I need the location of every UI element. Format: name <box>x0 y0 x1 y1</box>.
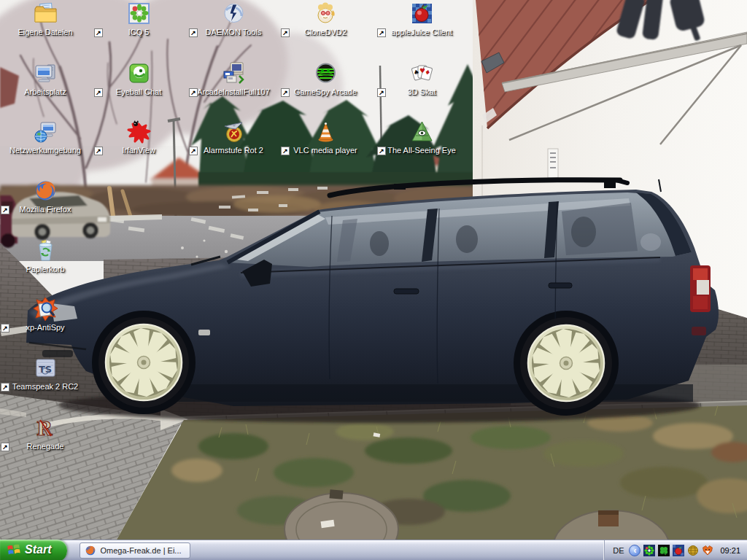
task-button-omega-freak[interactable]: Omega-Freak.de | Ei... <box>80 542 190 559</box>
svg-text:TS: TS <box>39 364 52 375</box>
desktop-icon-icq5[interactable]: ↗ ICQ 5 <box>95 1 182 36</box>
icon-label: Renegade <box>1 442 89 451</box>
desktop-icon-alarmstufe-rot-2[interactable]: ↗ Alarmstufe Rot 2 <box>190 120 277 155</box>
desktop-icon-3d-skat[interactable]: ♠ ♥ ♦ ↗ 3D Skat <box>378 61 465 96</box>
shortcut-arrow-icon: ↗ <box>281 88 290 97</box>
red-alert-2-icon <box>222 120 246 144</box>
hide-icons-chevron-icon[interactable]: ‹ <box>629 545 640 556</box>
shortcut-arrow-icon: ↗ <box>94 28 103 37</box>
my-documents-folder-icon <box>34 1 58 26</box>
door-handle <box>549 283 572 288</box>
icon-label: ICQ 5 <box>95 28 182 36</box>
icon-label: Alarmstufe Rot 2 <box>190 146 277 155</box>
icon-label: VLC media player <box>282 146 369 155</box>
shortcut-arrow-icon: ↗ <box>94 88 103 97</box>
icon-label: The All-Seeing Eye <box>378 146 465 155</box>
icon-label: Papierkorb <box>1 265 89 273</box>
icq-flower-tray-icon[interactable] <box>643 545 655 556</box>
shortcut-arrow-icon: ↗ <box>1 324 9 332</box>
shortcut-arrow-icon: ↗ <box>281 147 290 155</box>
icq-flower-icon <box>127 1 151 26</box>
rear-wheel <box>520 317 612 409</box>
desktop-icon-xp-antispy[interactable]: ↗ xp-AntiSpy <box>1 297 89 332</box>
shortcut-arrow-icon: ↗ <box>189 28 198 37</box>
setup-installer-icon <box>222 61 246 85</box>
firefox-icon <box>34 179 58 203</box>
shortcut-arrow-icon: ↗ <box>1 443 9 451</box>
desktop-icon-teamspeak[interactable]: TS ↗ Teamspeak 2 RC2 <box>1 356 89 391</box>
desktop-icon-daemon-tools[interactable]: ↗ DAEMON Tools <box>190 1 277 36</box>
desktop-icon-clonedvd2[interactable]: ↗ CloneDVD2 <box>282 1 369 36</box>
fox-head-tray-icon[interactable] <box>702 545 713 556</box>
shortcut-arrow-icon: ↗ <box>1 383 9 392</box>
icon-label: CloneDVD2 <box>282 28 369 36</box>
icon-label: Arbeitsplatz <box>1 88 89 96</box>
vlc-cone-icon <box>314 120 338 144</box>
irfanview-paint-splat-icon <box>127 120 151 144</box>
desktop-icon-netzwerkumgebung[interactable]: Netzwerkumgebung <box>1 120 89 155</box>
gamespy-arcade-icon <box>314 61 338 85</box>
icon-label: Netzwerkumgebung <box>1 146 89 155</box>
shortcut-arrow-icon: ↗ <box>189 88 198 97</box>
front-wheel <box>98 317 189 408</box>
shortcut-arrow-icon: ↗ <box>189 147 198 155</box>
icon-label: ArcadeInstallFull107 <box>190 88 277 96</box>
playing-cards-icon: ♠ ♥ ♦ <box>410 61 434 85</box>
my-computer-icon <box>34 61 58 85</box>
desktop-icon-renegade[interactable]: R ↗ Renegade <box>1 416 89 451</box>
icon-label: Mozilla Firefox <box>1 205 89 214</box>
svg-text:R: R <box>36 418 53 440</box>
desktop-icon-eyeball-chat[interactable]: ↗ Eyeball Chat <box>95 61 182 96</box>
start-label: Start <box>25 543 51 556</box>
clover-tray-icon[interactable] <box>658 545 670 556</box>
language-indicator[interactable]: DE <box>611 546 626 555</box>
icon-label: xp-AntiSpy <box>1 323 89 332</box>
desktop-icon-irfanview[interactable]: ↗ IrfanView <box>95 120 182 155</box>
shortcut-arrow-icon: ↗ <box>1 206 9 214</box>
windows-logo-icon <box>7 543 21 556</box>
taskbar: Start Omega-Freak.de | Ei... DE ‹ <box>0 540 747 560</box>
applejuice-apple-tray-icon[interactable] <box>673 545 684 556</box>
shortcut-arrow-icon: ↗ <box>94 147 103 155</box>
shortcut-arrow-icon: ↗ <box>377 147 386 155</box>
desktop-icon-arcadeinstall[interactable]: ↗ ArcadeInstallFull107 <box>190 61 277 96</box>
firefox-icon <box>85 545 96 556</box>
task-button-label: Omega-Freak.de | Ei... <box>100 546 181 555</box>
teamspeak-icon: TS <box>34 356 58 380</box>
daemon-tools-icon <box>222 1 246 26</box>
icon-label: GameSpy Arcade <box>282 88 369 96</box>
desktop-icon-eigene-dateien[interactable]: Eigene Dateien <box>1 1 89 36</box>
xp-antispy-icon <box>34 297 58 321</box>
icon-label: 3D Skat <box>378 88 465 96</box>
shortcut-arrow-icon: ↗ <box>377 88 386 97</box>
icon-label: IrfanView <box>95 146 182 155</box>
icon-label: Eyeball Chat <box>95 88 182 96</box>
desktop-icon-mozilla-firefox[interactable]: ↗ Mozilla Firefox <box>1 179 89 214</box>
icon-label: DAEMON Tools <box>190 28 277 36</box>
icon-label: Eigene Dateien <box>1 28 89 36</box>
clonedvd-sheep-icon <box>314 1 338 26</box>
icon-label: Teamspeak 2 RC2 <box>1 382 89 391</box>
eyeball-chat-icon <box>127 61 151 85</box>
gold-globe-tray-icon[interactable] <box>687 545 699 556</box>
shortcut-arrow-icon: ↗ <box>281 28 290 37</box>
taskbar-clock[interactable]: 09:21 <box>720 546 740 555</box>
desktop-icon-gamespy-arcade[interactable]: ↗ GameSpy Arcade <box>282 61 369 96</box>
desktop-icon-papierkorb[interactable]: Papierkorb <box>1 238 89 273</box>
desktop-icon-all-seeing-eye[interactable]: ↗ The All-Seeing Eye <box>378 120 465 155</box>
system-tray: DE ‹ <box>604 540 747 560</box>
wall-sign <box>548 149 558 178</box>
desktop-icon-applejuice[interactable]: ↗ appleJuice Client <box>378 1 465 36</box>
grass-area <box>117 405 747 540</box>
pyramid-eye-icon <box>410 120 434 144</box>
renegade-icon: R <box>34 416 58 440</box>
desktop-icon-arbeitsplatz[interactable]: Arbeitsplatz <box>1 61 89 96</box>
side-repeater <box>198 330 210 335</box>
icon-label: appleJuice Client <box>378 28 465 36</box>
network-places-icon <box>34 120 58 144</box>
start-button[interactable]: Start <box>0 540 67 560</box>
desktop-icon-vlc[interactable]: ↗ VLC media player <box>282 120 369 155</box>
shortcut-arrow-icon: ↗ <box>377 28 386 37</box>
recycle-bin-icon <box>34 238 58 262</box>
door-handle <box>394 289 419 294</box>
